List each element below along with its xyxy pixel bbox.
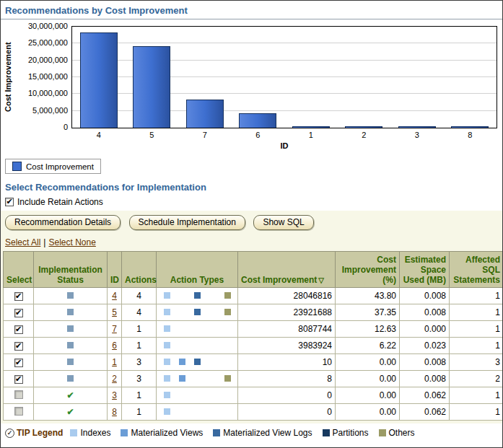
bar-id-3 xyxy=(398,126,436,128)
column-header-implementation-status: Implementation Status xyxy=(34,252,108,288)
chart-section-header: Recommendations by Cost Improvement xyxy=(1,1,502,19)
chart-legend-label: Cost Improvement xyxy=(26,162,94,171)
recommendation-id-link[interactable]: 6 xyxy=(112,341,117,351)
row-checkbox[interactable] xyxy=(14,325,23,334)
window: Recommendations by Cost Improvement Cost… xyxy=(0,0,503,448)
recommendation-id-link[interactable]: 8 xyxy=(112,407,117,417)
cost-improvement-pct-cell: 12.63 xyxy=(336,321,400,338)
x-tick-label: 5 xyxy=(126,131,179,139)
cost-improvement-cell: 8 xyxy=(238,371,336,387)
indexes-swatch xyxy=(70,429,77,436)
include-retain-label: Include Retain Actions xyxy=(17,197,103,207)
y-tick-label: 10,000,000 xyxy=(28,89,68,97)
x-tick-label: 3 xyxy=(390,131,444,139)
recommendation-id-link[interactable]: 1 xyxy=(112,357,117,367)
show-sql-button[interactable]: Show SQL xyxy=(253,215,313,230)
indexes-indicator xyxy=(164,325,170,332)
status-icon: ✔ xyxy=(66,390,74,400)
column-header-affected-sql-statements: Affected SQL Statements xyxy=(450,252,503,288)
action-types-cell xyxy=(157,338,238,354)
select-cell xyxy=(4,387,34,404)
action-types-cell xyxy=(157,354,238,371)
recommendations-panel: Recommendation Details Schedule Implemen… xyxy=(1,211,502,423)
table-row: 1 3 10 0.00 0.008 3 xyxy=(4,354,503,371)
actions-cell: 1 xyxy=(122,321,157,338)
recommendation-id-link[interactable]: 7 xyxy=(112,324,117,334)
cost-improvement-cell: 28046816 xyxy=(238,288,336,304)
table-row: ✔ 3 1 0 0.00 0.062 1 xyxy=(4,387,503,404)
legend-item-label: Materialized Views xyxy=(131,428,203,438)
row-checkbox[interactable] xyxy=(14,342,23,351)
select-none-link[interactable]: Select None xyxy=(48,237,95,247)
row-checkbox[interactable] xyxy=(14,359,23,367)
y-tick-label: 15,000,000 xyxy=(28,72,68,81)
materialized-view-logs-swatch xyxy=(213,429,220,436)
implementation-status-cell xyxy=(34,338,108,354)
row-checkbox[interactable] xyxy=(14,309,23,317)
recommendation-id-link[interactable]: 5 xyxy=(112,307,117,317)
schedule-implementation-button[interactable]: Schedule Implementation xyxy=(129,215,245,230)
row-checkbox[interactable] xyxy=(14,375,23,384)
id-cell: 5 xyxy=(108,304,122,321)
select-all-link[interactable]: Select All xyxy=(5,237,40,247)
recommendation-details-button[interactable]: Recommendation Details xyxy=(5,215,121,230)
materialized-views-indicator xyxy=(179,359,185,365)
action-types-cell xyxy=(157,304,238,321)
status-icon xyxy=(67,342,74,348)
action-types-cell xyxy=(157,288,238,304)
link-separator: | xyxy=(40,237,48,247)
indexes-indicator xyxy=(164,309,170,315)
affected-sql-cell: 1 xyxy=(450,387,503,404)
row-checkbox[interactable] xyxy=(14,292,23,301)
actions-cell: 1 xyxy=(122,387,157,404)
legend-item-label: Others xyxy=(389,428,415,438)
chart-legend: Cost Improvement xyxy=(5,159,101,174)
bar-id-8 xyxy=(451,126,489,128)
affected-sql-cell: 1 xyxy=(450,404,503,421)
x-tick-label: 8 xyxy=(444,131,497,139)
materialized-views-indicator xyxy=(179,375,185,382)
x-tick-label: 4 xyxy=(72,131,126,139)
y-tick-label: 5,000,000 xyxy=(32,106,68,115)
affected-sql-cell: 1 xyxy=(450,304,503,321)
actions-cell: 4 xyxy=(122,288,157,304)
space-used-cell: 0.062 xyxy=(400,404,450,421)
cost-improvement-cell: 3983924 xyxy=(238,338,336,354)
column-header-cost-improvement[interactable]: Cost Improvement▽ xyxy=(238,252,336,288)
table-row: 2 3 8 0.00 0.008 2 xyxy=(4,371,503,387)
column-header-estimated-space-used: Estimated Space Used (MB) xyxy=(400,252,450,288)
row-checkbox[interactable] xyxy=(14,390,23,399)
recommendation-id-link[interactable]: 2 xyxy=(112,374,117,384)
bar-id-1 xyxy=(292,126,330,128)
status-icon: ✔ xyxy=(66,407,74,417)
tip-check-icon xyxy=(5,429,14,438)
legend-item-label: Indexes xyxy=(80,428,110,438)
select-cell xyxy=(4,288,34,304)
bar-id-4 xyxy=(80,32,118,128)
recommendation-id-link[interactable]: 3 xyxy=(112,390,117,400)
affected-sql-cell: 1 xyxy=(450,338,503,354)
cost-improvement-chart: Cost Improvement 05,000,00010,000,00015,… xyxy=(1,19,502,174)
affected-sql-cell: 3 xyxy=(450,354,503,371)
column-header-actions: Actions xyxy=(122,252,157,288)
row-checkbox[interactable] xyxy=(14,407,23,416)
cost-improvement-swatch xyxy=(12,162,22,171)
y-tick-label: 0 xyxy=(64,123,68,131)
bar-id-7 xyxy=(186,100,224,128)
implementation-status-cell xyxy=(34,371,108,387)
space-used-cell: 0.023 xyxy=(400,338,450,354)
actions-cell: 3 xyxy=(122,371,157,387)
cost-improvement-header-label: Cost Improvement xyxy=(241,275,317,285)
others-indicator xyxy=(224,292,231,299)
others-swatch xyxy=(379,429,386,436)
id-cell: 6 xyxy=(108,338,122,354)
cost-improvement-cell: 0 xyxy=(238,387,336,404)
y-axis-title: Cost Improvement xyxy=(2,26,14,128)
include-retain-checkbox[interactable] xyxy=(5,198,14,206)
bar-id-2 xyxy=(345,126,382,128)
recommendations-table: Select Implementation Status ID Actions … xyxy=(3,251,503,421)
indexes-indicator xyxy=(164,359,170,365)
id-cell: 7 xyxy=(108,321,122,338)
indexes-indicator xyxy=(164,375,170,382)
recommendation-id-link[interactable]: 4 xyxy=(112,291,117,301)
